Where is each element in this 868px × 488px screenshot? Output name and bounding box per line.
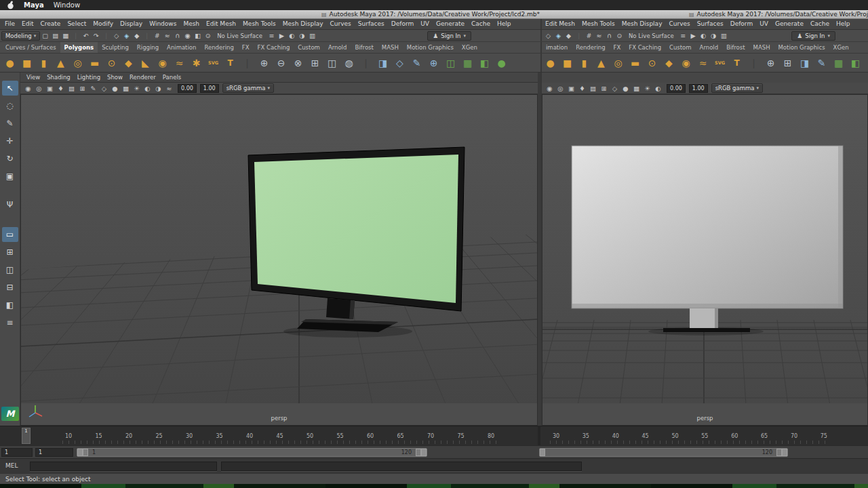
outliner-persp-layout[interactable]: ◧ [2,298,18,312]
shelf-tab[interactable]: MASH [749,42,774,53]
shelf-tab[interactable]: Rigging [133,42,163,53]
polygon-gear-icon[interactable]: ✱ [188,54,205,71]
polygon-pyramid-icon[interactable]: ◣ [137,54,154,71]
use-all-lights-icon[interactable]: ☀ [132,83,142,94]
timeline-tick[interactable]: 10 [62,433,75,439]
open-render-view-icon[interactable]: ▶ [688,31,698,41]
panel-menu-item[interactable]: Renderer [126,74,159,81]
scale-tool[interactable]: ▣ [2,169,18,184]
extrude-icon[interactable]: ◨ [796,54,813,71]
wireframe-icon[interactable]: ◇ [99,83,109,94]
shelf-tab[interactable]: XGen [829,42,853,53]
menu-item[interactable]: Cache [468,19,494,29]
two-pane-stacked-layout[interactable]: ⊟ [2,280,18,295]
range-slider-bar[interactable]: 1 120 [77,448,427,457]
snap-to-curve-icon[interactable]: ≈ [594,31,604,41]
ipr-render-icon[interactable]: ◑ [297,31,307,41]
smooth-shade-icon[interactable]: ● [110,83,120,94]
menu-item[interactable]: Generate [772,19,807,29]
menu-item[interactable]: Create [37,19,64,29]
make-object-live-icon[interactable]: ⊙ [203,31,213,41]
timeline-tick[interactable]: 60 [728,433,741,439]
select-by-object-icon[interactable]: ◈ [553,31,564,41]
combine-icon[interactable]: ⊞ [307,54,323,71]
timeline-tick[interactable]: 15 [93,433,105,439]
snap-to-point-icon[interactable]: ∩ [172,31,182,41]
menu-item[interactable]: Mesh Display [279,19,327,29]
menu-item[interactable]: Cache [807,19,833,29]
smooth-icon[interactable]: ◍ [340,54,357,71]
menu-item[interactable]: Windows [146,19,180,29]
image-plane-icon[interactable]: ▤ [66,83,77,94]
menu-item[interactable]: Edit [18,19,37,29]
bridge-icon[interactable]: ◫ [442,54,459,71]
svg-tool-icon[interactable]: SVG [205,54,222,71]
bookmark-icon[interactable]: ♦ [577,83,587,94]
timeline-tick[interactable]: 35 [214,433,226,439]
shelf-tab[interactable]: Custom [665,42,696,53]
shelf-tab[interactable]: MASH [378,42,403,53]
menu-item[interactable]: Deform [727,19,756,29]
polygon-sphere-icon[interactable]: ● [542,54,559,71]
menu-item[interactable]: Modify [90,19,117,29]
undo-icon[interactable]: ↶ [81,31,91,41]
shelf-tab[interactable]: Bifrost [722,42,749,53]
animation-start-field[interactable]: 1 [1,448,33,457]
range-slider-bar[interactable]: 120 [539,448,788,457]
shelf-tab[interactable]: Rendering [200,42,237,53]
command-input-field[interactable] [30,462,217,471]
rotate-tool[interactable]: ↻ [2,151,18,166]
shelf-tab[interactable]: FX Caching [254,42,294,53]
mirror-icon[interactable]: ◧ [476,54,493,71]
range-handle[interactable] [416,449,421,456]
panel-menu-item[interactable]: View [23,74,43,81]
range-handle[interactable] [782,449,787,456]
polygon-cone-icon[interactable]: ▲ [593,54,610,71]
polygon-sphere-icon[interactable]: ● [1,54,18,71]
range-handle[interactable] [540,449,545,456]
render-settings-icon[interactable]: ▥ [719,31,729,41]
quad-draw-icon[interactable]: ▦ [830,54,847,71]
menu-set-dropdown[interactable]: Modeling ▾ [1,31,40,41]
motion-blur-icon[interactable]: ≈ [164,83,174,94]
viewport-left[interactable]: persp [20,94,538,426]
multi-cut-icon[interactable]: ✎ [813,54,830,71]
two-d-pan-zoom-icon[interactable]: ⊞ [599,83,609,94]
svg-tool-icon[interactable]: SVG [711,54,728,71]
menu-item[interactable]: Mesh Tools [578,19,618,29]
select-camera-icon[interactable]: ◉ [545,83,555,94]
command-line-mode-button[interactable]: MEL [5,462,18,469]
shelf-tab[interactable]: FX [610,42,625,53]
shelf-tab[interactable]: Motion Graphics [403,42,458,53]
use-all-lights-icon[interactable]: ☀ [642,83,652,94]
shadows-icon[interactable]: ◐ [142,83,153,94]
exposure-field[interactable]: 0.00 [178,84,197,93]
bevel-icon[interactable]: ◇ [391,54,408,71]
mac-app-menu[interactable]: Maya [24,1,44,9]
select-tool[interactable]: ↖ [2,81,18,96]
lock-camera-icon[interactable]: ◎ [34,83,44,94]
snap-to-point-icon[interactable]: ∩ [604,31,614,41]
menu-item[interactable]: Surfaces [694,19,727,29]
lasso-tool[interactable]: ◌ [2,98,18,113]
menu-item[interactable]: Deform [388,19,417,29]
menu-item[interactable]: Display [117,19,146,29]
menu-item[interactable]: Help [494,19,515,29]
smooth-shade-icon[interactable]: ● [620,83,631,94]
timeline-tick[interactable]: 30 [183,433,195,439]
paint-selection-tool[interactable]: ✎ [2,116,18,131]
timeline-tick[interactable]: 75 [455,433,467,439]
shelf-tab[interactable]: Arnold [324,42,351,53]
screen-space-ao-icon[interactable]: ◑ [153,83,163,94]
shelf-tab[interactable]: Polygons [60,42,98,53]
polygon-platonic-icon[interactable]: ◆ [660,54,677,71]
menu-item[interactable]: Edit Mesh [203,19,239,29]
menu-item[interactable]: Mesh Tools [239,19,279,29]
timeline-tick[interactable]: 50 [304,433,316,439]
extrude-icon[interactable]: ◨ [374,54,391,71]
timeline-tick[interactable]: 65 [758,433,770,439]
mac-window-menu[interactable]: Window [54,1,80,9]
quad-draw-icon[interactable]: ▦ [459,54,476,71]
menu-item[interactable]: Select [64,19,90,29]
time-slider-right-window[interactable]: 30354045505560657075 [540,426,868,445]
